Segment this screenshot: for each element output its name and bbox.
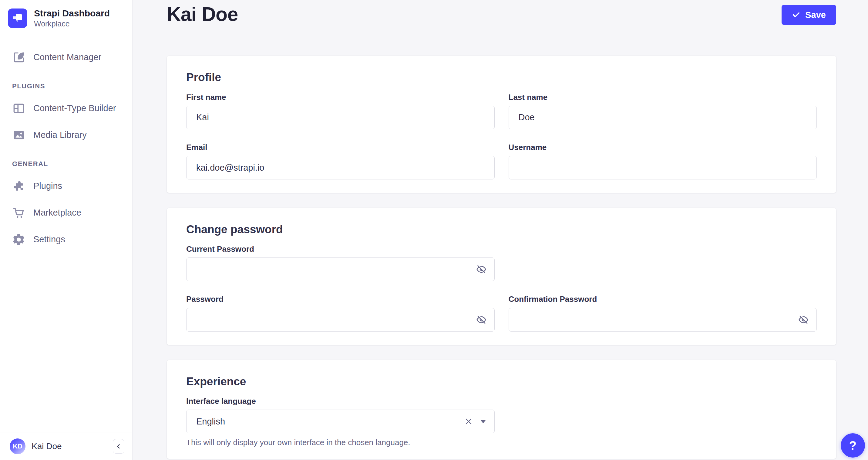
sidebar-item-label: Content-Type Builder bbox=[33, 103, 116, 113]
form-sections: Profile First name Last name Email Usern… bbox=[167, 56, 836, 458]
new-password-input[interactable] bbox=[186, 308, 495, 332]
new-password-field: Password bbox=[186, 294, 495, 331]
cart-icon bbox=[12, 206, 26, 220]
check-icon bbox=[792, 11, 800, 19]
change-password-card: Change password Current Password bbox=[167, 208, 836, 345]
profile-grid: First name Last name Email Username bbox=[186, 93, 817, 179]
interface-language-field: Interface language English This will onl… bbox=[186, 397, 495, 448]
confirm-password-input[interactable] bbox=[508, 308, 817, 332]
first-name-field: First name bbox=[186, 93, 495, 130]
email-field: Email bbox=[186, 143, 495, 179]
sidebar-user-row: KD Kai Doe bbox=[0, 432, 132, 460]
interface-language-select[interactable]: English bbox=[186, 410, 495, 433]
collapse-sidebar-button[interactable] bbox=[113, 439, 124, 454]
save-button-label: Save bbox=[805, 10, 826, 20]
eye-off-icon bbox=[798, 315, 809, 325]
interface-language-hint: This will only display your own interfac… bbox=[186, 437, 495, 448]
current-password-label: Current Password bbox=[186, 245, 495, 254]
app-title: Strapi Dashboard bbox=[34, 8, 110, 19]
experience-card-title: Experience bbox=[186, 375, 817, 389]
sidebar-item-label: Plugins bbox=[33, 181, 62, 191]
save-button[interactable]: Save bbox=[781, 5, 836, 25]
question-mark-icon: ? bbox=[849, 439, 857, 452]
eye-off-icon bbox=[476, 264, 487, 275]
sidebar-item-settings[interactable]: Settings bbox=[0, 229, 132, 250]
sidebar-item-marketplace[interactable]: Marketplace bbox=[0, 203, 132, 223]
puzzle-icon bbox=[12, 179, 26, 193]
username-label: Username bbox=[508, 143, 817, 152]
username-field: Username bbox=[508, 143, 817, 179]
clear-language-button[interactable] bbox=[463, 416, 474, 427]
sidebar-section-general: GENERAL bbox=[12, 160, 132, 168]
clear-x-icon bbox=[464, 417, 473, 426]
current-password-input-wrap bbox=[186, 257, 495, 281]
sidebar-item-media-library[interactable]: Media Library bbox=[0, 125, 132, 145]
profile-card: Profile First name Last name Email Usern… bbox=[167, 56, 836, 193]
sidebar-item-label: Settings bbox=[33, 234, 65, 245]
sidebar-section-plugins: PLUGINS bbox=[12, 82, 132, 90]
first-name-input[interactable] bbox=[186, 106, 495, 130]
sidebar: Strapi Dashboard Workplace Content Manag… bbox=[0, 0, 132, 460]
profile-card-title: Profile bbox=[186, 70, 817, 84]
current-password-input[interactable] bbox=[186, 257, 495, 281]
sidebar-nav: Content Manager PLUGINS Content-Type Bui… bbox=[0, 38, 132, 432]
chevron-down-icon[interactable] bbox=[480, 420, 486, 423]
page-header: Kai Doe Save bbox=[167, 4, 836, 25]
toggle-confirm-password-button[interactable] bbox=[797, 313, 810, 326]
toggle-current-password-button[interactable] bbox=[475, 263, 488, 276]
workspace-info: Strapi Dashboard Workplace bbox=[34, 8, 110, 29]
eye-off-icon bbox=[476, 315, 487, 325]
workspace-brand[interactable]: Strapi Dashboard Workplace bbox=[0, 0, 132, 38]
sidebar-item-content-manager[interactable]: Content Manager bbox=[0, 47, 132, 68]
sidebar-item-content-type-builder[interactable]: Content-Type Builder bbox=[0, 98, 132, 119]
avatar[interactable]: KD bbox=[10, 438, 26, 454]
first-name-label: First name bbox=[186, 93, 495, 102]
confirm-password-input-wrap bbox=[508, 308, 817, 332]
chevron-left-icon bbox=[115, 443, 122, 450]
page-title: Kai Doe bbox=[167, 4, 238, 25]
experience-card: Experience Interface language English Th… bbox=[167, 360, 836, 459]
main-content: Kai Doe Save Profile First name Last nam… bbox=[132, 0, 868, 460]
interface-language-value: English bbox=[196, 416, 463, 427]
workspace-name: Workplace bbox=[34, 19, 110, 29]
sidebar-item-label: Media Library bbox=[33, 130, 87, 140]
email-input[interactable] bbox=[186, 156, 495, 179]
username-input[interactable] bbox=[508, 156, 817, 179]
help-button[interactable]: ? bbox=[841, 433, 865, 458]
password-grid: Current Password bbox=[186, 245, 817, 331]
layout-icon bbox=[12, 102, 26, 115]
email-label: Email bbox=[186, 143, 495, 152]
grid-spacer bbox=[508, 245, 817, 281]
last-name-input[interactable] bbox=[508, 106, 817, 130]
sidebar-item-label: Marketplace bbox=[33, 208, 81, 218]
new-password-label: Password bbox=[186, 294, 495, 304]
current-password-field: Current Password bbox=[186, 245, 495, 281]
confirm-password-field: Confirmation Password bbox=[508, 294, 817, 331]
sidebar-item-plugins[interactable]: Plugins bbox=[0, 176, 132, 197]
toggle-new-password-button[interactable] bbox=[475, 313, 488, 326]
strapi-logo-icon bbox=[8, 8, 27, 28]
sidebar-item-label: Content Manager bbox=[33, 52, 101, 62]
change-password-card-title: Change password bbox=[186, 223, 817, 236]
new-password-input-wrap bbox=[186, 308, 495, 332]
user-name: Kai Doe bbox=[32, 441, 62, 451]
last-name-label: Last name bbox=[508, 93, 817, 102]
interface-language-label: Interface language bbox=[186, 397, 495, 406]
gear-icon bbox=[12, 233, 26, 246]
feather-edit-icon bbox=[12, 51, 26, 64]
picture-icon bbox=[12, 128, 26, 142]
last-name-field: Last name bbox=[508, 93, 817, 130]
confirm-password-label: Confirmation Password bbox=[508, 294, 817, 304]
